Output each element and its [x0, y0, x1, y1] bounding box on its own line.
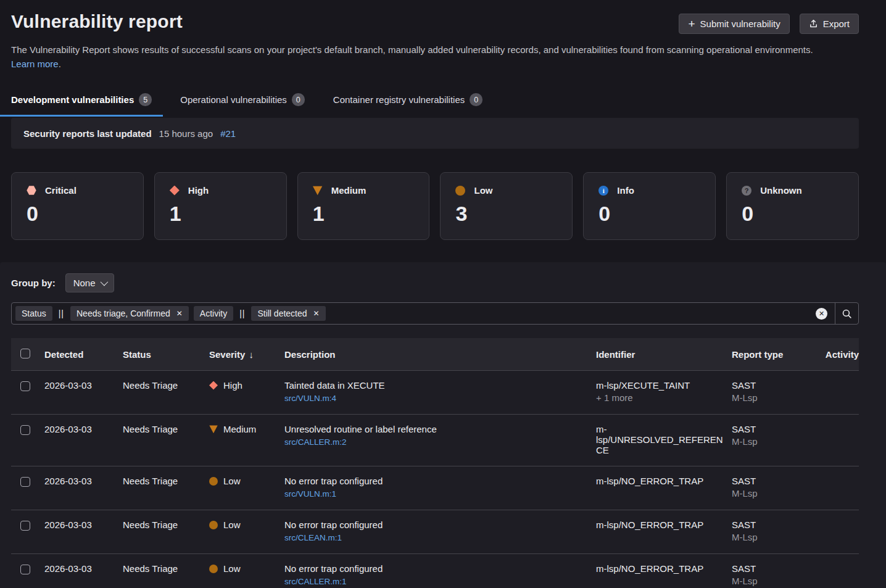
export-button[interactable]: Export [800, 14, 859, 34]
row-status: Needs Triage [123, 380, 209, 391]
header-detected[interactable]: Detected [44, 349, 123, 360]
updated-label: Security reports last updated [23, 128, 152, 139]
header-status: Status [123, 349, 209, 360]
table-row[interactable]: 2026-03-03 Needs Triage Medium Unresolve… [11, 414, 859, 466]
header-report-type: Report type [732, 349, 816, 360]
row-severity: High [223, 380, 242, 391]
header-severity[interactable]: Severity↓ [209, 349, 284, 360]
header-description: Description [284, 349, 596, 360]
tab-count-badge: 5 [139, 93, 152, 106]
row-location-link[interactable]: src/CALLER.m:1 [284, 577, 347, 586]
table-row[interactable]: 2026-03-03 Needs Triage Low No error tra… [11, 466, 859, 510]
severity-critical-icon [27, 186, 36, 196]
filter-and-table-section: Group by: None Status || Needs triage, C… [0, 262, 886, 588]
severity-high-icon [170, 186, 180, 196]
header-activity: Activity [816, 349, 859, 360]
header-actions: + Submit vulnerability Export [679, 10, 859, 34]
tab-count-badge: 0 [470, 93, 482, 106]
remove-token-icon[interactable]: ✕ [313, 309, 320, 318]
header-identifier: Identifier [596, 349, 732, 360]
pipeline-link[interactable]: #21 [220, 128, 236, 139]
row-detected: 2026-03-03 [44, 563, 123, 574]
severity-card-low[interactable]: Low 3 [440, 172, 573, 240]
row-detected: 2026-03-03 [44, 424, 123, 434]
row-report-type: SAST [732, 476, 808, 486]
severity-count: 0 [598, 202, 700, 225]
row-severity: Low [223, 476, 241, 486]
row-report-type: SAST [732, 520, 808, 530]
updated-time: 15 hours ago [159, 128, 213, 139]
row-checkbox[interactable] [20, 381, 30, 391]
row-severity: Medium [223, 424, 256, 434]
tab-count-badge: 0 [292, 93, 305, 106]
filter-token-activity: Activity || Still detected ✕ [194, 306, 326, 321]
row-identifier-extra: + 1 more [596, 392, 724, 403]
table-row[interactable]: 2026-03-03 Needs Triage Low No error tra… [11, 510, 859, 553]
filter-token-value[interactable]: Needs triage, Confirmed ✕ [70, 306, 189, 321]
severity-low-icon [455, 186, 465, 196]
filter-token-operator[interactable]: || [233, 308, 251, 318]
severity-count: 0 [742, 202, 843, 225]
row-report-type: SAST [732, 380, 808, 391]
filter-token-field[interactable]: Status [15, 306, 52, 321]
tab-development-vulnerabilities[interactable]: Development vulnerabilities 5 [0, 87, 163, 117]
row-checkbox[interactable] [20, 425, 30, 435]
export-icon [809, 19, 818, 28]
filtered-search-bar[interactable]: Status || Needs triage, Confirmed ✕ Acti… [11, 302, 859, 325]
row-checkbox[interactable] [20, 477, 30, 487]
row-identifier: m-lsp/UNRESOLVED_REFERENCE [596, 424, 724, 455]
select-all-checkbox[interactable] [20, 349, 30, 358]
filter-token-status: Status || Needs triage, Confirmed ✕ [15, 306, 189, 321]
row-scanner: M-Lsp [732, 532, 808, 542]
severity-card-critical[interactable]: Critical 0 [11, 172, 144, 240]
group-by-label: Group by: [11, 278, 56, 288]
row-description-link[interactable]: No error trap configured [284, 476, 589, 486]
severity-summary-cards: Critical 0 High 1 Medium 1 Low 3 Info 0 … [11, 172, 859, 240]
severity-card-medium[interactable]: Medium 1 [297, 172, 430, 240]
row-report-type: SAST [732, 424, 808, 434]
row-description-link[interactable]: No error trap configured [284, 563, 589, 574]
row-status: Needs Triage [123, 520, 209, 530]
report-tabs: Development vulnerabilities 5 Operationa… [11, 87, 859, 117]
sort-descending-icon: ↓ [249, 349, 254, 360]
remove-token-icon[interactable]: ✕ [176, 309, 183, 318]
row-checkbox[interactable] [20, 565, 30, 574]
row-status: Needs Triage [123, 563, 209, 574]
severity-count: 1 [170, 202, 271, 225]
row-location-link[interactable]: src/VULN.m:4 [284, 394, 336, 403]
page-description: The Vulnerability Report shows results o… [11, 43, 838, 71]
search-button[interactable] [835, 303, 858, 324]
tab-operational-vulnerabilities[interactable]: Operational vulnerabilities 0 [169, 87, 316, 117]
severity-icon [209, 565, 218, 573]
filter-token-operator[interactable]: || [52, 308, 70, 318]
group-by-dropdown[interactable]: None [65, 273, 114, 292]
row-description-link[interactable]: No error trap configured [284, 520, 589, 530]
severity-card-high[interactable]: High 1 [154, 172, 287, 240]
severity-card-info[interactable]: Info 0 [583, 172, 716, 240]
row-description-link[interactable]: Tainted data in XECUTE [284, 380, 589, 391]
chevron-down-icon [100, 278, 108, 286]
submit-vulnerability-button[interactable]: + Submit vulnerability [679, 14, 789, 34]
row-identifier: m-lsp/NO_ERROR_TRAP [596, 563, 724, 574]
learn-more-link[interactable]: Learn more [11, 59, 59, 69]
row-description-link[interactable]: Unresolved routine or label reference [284, 424, 589, 434]
vulnerability-report-page: Vulnerability report + Submit vulnerabil… [0, 0, 886, 588]
row-location-link[interactable]: src/CALLER.m:2 [284, 437, 347, 447]
table-row[interactable]: 2026-03-03 Needs Triage High Tainted dat… [11, 370, 859, 414]
tab-container-registry-vulnerabilities[interactable]: Container registry vulnerabilities 0 [322, 87, 494, 117]
severity-icon [209, 477, 218, 486]
page-header: Vulnerability report + Submit vulnerabil… [11, 10, 859, 34]
clear-filters-icon[interactable]: ✕ [816, 308, 827, 320]
filter-token-value[interactable]: Still detected ✕ [251, 306, 325, 321]
row-status: Needs Triage [123, 424, 209, 434]
row-location-link[interactable]: src/VULN.m:1 [284, 489, 336, 499]
page-title: Vulnerability report [11, 10, 183, 32]
row-checkbox[interactable] [20, 521, 30, 531]
row-detected: 2026-03-03 [44, 476, 123, 486]
filter-token-field[interactable]: Activity [194, 306, 233, 321]
row-location-link[interactable]: src/CLEAN.m:1 [284, 533, 342, 542]
table-row[interactable]: 2026-03-03 Needs Triage Low No error tra… [11, 553, 859, 588]
severity-card-unknown[interactable]: Unknown 0 [726, 172, 859, 240]
severity-icon [209, 521, 218, 529]
severity-count: 1 [313, 202, 415, 225]
